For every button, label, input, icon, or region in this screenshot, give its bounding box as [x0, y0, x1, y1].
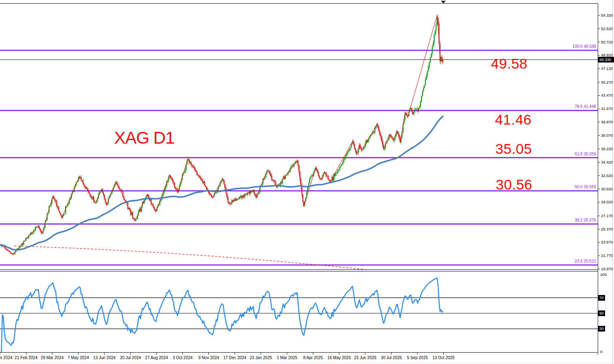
date-axis-label: 8 Apr 2025: [303, 355, 323, 360]
fib-level-label: 100.0 49.588: [573, 44, 596, 49]
current-price-badge: 48.336: [598, 57, 614, 62]
price-axis-label: 45.270: [601, 80, 613, 85]
price-axis-label: 50.720: [601, 40, 613, 45]
fib-price-annotation-4146[interactable]: 41.46: [495, 112, 532, 127]
price-axis-label: 41.670: [601, 106, 613, 111]
moving-average-line[interactable]: [0, 116, 443, 250]
price-axis-label: 32.620: [601, 173, 613, 178]
fib-price-annotation-4958[interactable]: 49.58: [491, 56, 527, 71]
price-axis-label: 34.420: [601, 160, 613, 165]
date-axis-label: 23 Jan 2025: [250, 355, 272, 360]
date-axis-label: 17 Dec 2024: [223, 355, 246, 360]
rsi-level-badge-50: 50: [598, 310, 605, 316]
price-axis-label: 23.570: [601, 240, 613, 245]
date-axis-label: 27 Aug 2024: [145, 355, 168, 360]
price-axis-label: 54.320: [601, 13, 613, 18]
date-axis-label: 13 Jun 2024: [93, 355, 115, 360]
fib-price-annotation-3056[interactable]: 30.56: [496, 177, 532, 192]
fib-level-label: 78.6 41.446: [575, 104, 596, 109]
date-axis-label: 7 May 2024: [67, 355, 89, 360]
price-axis-label: 48.920: [601, 53, 613, 58]
symbol-timeframe-label: XAG D1: [114, 129, 174, 147]
rsi-level-badge-70: 70: [598, 295, 605, 301]
price-axis-label: 30.820: [601, 187, 613, 192]
fib-price-annotation-3505[interactable]: 35.05: [495, 142, 532, 157]
rsi-axis-min-label: 0: [600, 349, 602, 354]
price-axis-label: 47.120: [601, 66, 613, 71]
price-axis-label: 38.070: [601, 133, 613, 138]
mt4-chart-window: 49.58 41.46 35.05 30.56 XAG D1 48.336 10…: [0, 0, 614, 364]
price-axis-label: 39.870: [601, 120, 613, 125]
date-axis-label: 20 Jul 2024: [120, 355, 141, 360]
rsi-level-badge-30: 30: [598, 326, 605, 332]
date-axis-label: 3 Oct 2024: [173, 355, 193, 360]
date-axis-label: n 2024: [0, 355, 13, 360]
down-arrow-marker[interactable]: [441, 1, 446, 3]
price-axis-label: 29.020: [601, 200, 613, 205]
price-axis-label: 27.170: [601, 213, 613, 218]
date-axis-label: 23 Jun 2025: [354, 355, 376, 360]
date-axis-label: 30 Jul 2025: [381, 355, 402, 360]
candles-up-layer: [2, 15, 443, 255]
date-axis-label: 5 Sep 2025: [407, 355, 428, 360]
rsi-line[interactable]: [1, 278, 443, 352]
date-axis-label: 16 May 2025: [328, 355, 351, 360]
rsi-axis-max-label: 100: [600, 272, 607, 277]
date-axis-label: 13 Oct 2025: [432, 355, 454, 360]
date-axis-label: 1 Mar 2025: [277, 355, 297, 360]
price-axis-label: 25.370: [601, 227, 613, 232]
price-axis-label: 36.220: [601, 146, 613, 151]
price-axis-label: 19.970: [601, 267, 613, 271]
fib-level-label: 23.6 20.521: [575, 259, 596, 264]
date-axis-label: 9 Nov 2024: [198, 355, 219, 360]
price-axis-label: 52.520: [601, 26, 613, 31]
price-axis-label: 43.470: [601, 93, 613, 98]
fib-level-label: 38.2 26.076: [575, 218, 596, 223]
fib-level-label: 50.0 30.565: [575, 185, 596, 190]
dotted-trendline[interactable]: [14, 246, 368, 270]
candles-down-layer: [0, 17, 442, 255]
price-axis-label: 21.770: [601, 253, 613, 258]
date-axis-label: 21 Feb 2024: [15, 355, 37, 360]
date-axis-label: 29 Mar 2024: [41, 355, 63, 360]
fib-level-label: 61.8 35.055: [575, 152, 596, 157]
